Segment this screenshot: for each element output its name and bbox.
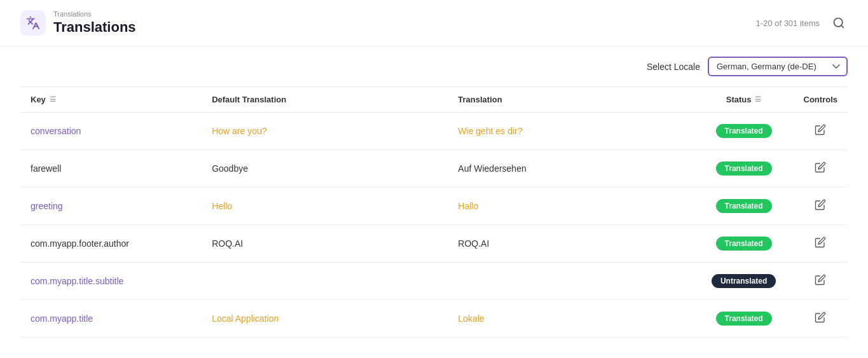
status-badge: Untranslated (712, 274, 776, 288)
key-link[interactable]: com.myapp.title (31, 313, 93, 324)
edit-button[interactable] (811, 235, 830, 252)
header-title-group: Translations Translations (53, 10, 136, 36)
translation-value: Auf Wiedersehen (458, 163, 526, 174)
table-row: greetingHelloHalloTranslated (20, 188, 848, 225)
translation-value: Lokale (458, 313, 484, 324)
default-translation-value: Goodbye (212, 163, 248, 174)
header-right: 1-20 of 301 items (756, 14, 848, 32)
search-button[interactable] (830, 14, 848, 32)
table-row: com.myapp.footer.authorROQ.AIROQ.AITrans… (20, 225, 848, 263)
locale-label: Select Locale (647, 62, 700, 72)
table-row: conversationHow are you?Wie geht es dir?… (20, 113, 848, 150)
locale-select[interactable]: German, Germany (de-DE) French, France (… (708, 57, 848, 76)
edit-button[interactable] (811, 198, 830, 214)
status-badge: Translated (716, 237, 772, 251)
translations-table: Key ☰ Default Translation Translation St… (20, 86, 848, 338)
items-count: 1-20 of 301 items (756, 18, 820, 28)
translation-value: Hallo (458, 201, 478, 211)
default-translation-value: Hello (212, 201, 232, 211)
table-header-row: Key ☰ Default Translation Translation St… (20, 87, 848, 113)
default-translation-value: Local Application (212, 313, 279, 324)
col-header-status: Status ☰ (694, 87, 794, 113)
key-filter-icon[interactable]: ☰ (50, 95, 56, 104)
edit-button[interactable] (811, 273, 830, 289)
key-link[interactable]: com.myapp.title.subtitle (31, 276, 123, 286)
page-header: Translations Translations 1-20 of 301 it… (0, 0, 868, 46)
status-badge: Translated (716, 199, 772, 213)
key-link[interactable]: greeting (31, 201, 63, 211)
status-filter-icon[interactable]: ☰ (755, 95, 761, 104)
default-translation-value: How are you? (212, 126, 266, 136)
table-container: Key ☰ Default Translation Translation St… (0, 86, 868, 338)
key-link[interactable]: conversation (31, 126, 81, 136)
col-header-controls: Controls (794, 87, 848, 113)
svg-line-1 (841, 25, 844, 28)
table-row: com.myapp.title.subtitleUntranslated (20, 263, 848, 300)
edit-button[interactable] (811, 160, 830, 177)
edit-button[interactable] (811, 123, 830, 139)
key-text: com.myapp.footer.author (31, 238, 129, 249)
edit-button[interactable] (811, 310, 830, 327)
header-left: Translations Translations (20, 10, 136, 36)
status-badge: Translated (716, 162, 772, 176)
col-header-key: Key ☰ (20, 87, 202, 113)
toolbar: Select Locale German, Germany (de-DE) Fr… (0, 46, 868, 86)
translations-icon (20, 10, 46, 36)
status-badge: Translated (716, 312, 772, 326)
status-badge: Translated (716, 124, 772, 138)
col-header-default: Default Translation (202, 87, 448, 113)
table-row: farewellGoodbyeAuf WiedersehenTranslated (20, 150, 848, 188)
translation-value: Wie geht es dir? (458, 126, 522, 136)
translation-value: ROQ.AI (458, 238, 489, 249)
key-text: farewell (31, 163, 61, 174)
breadcrumb: Translations (53, 10, 136, 18)
table-row: com.myapp.titleLocal ApplicationLokaleTr… (20, 300, 848, 338)
col-header-translation: Translation (448, 87, 694, 113)
default-translation-value: ROQ.AI (212, 238, 243, 249)
page-title: Translations (53, 19, 136, 36)
